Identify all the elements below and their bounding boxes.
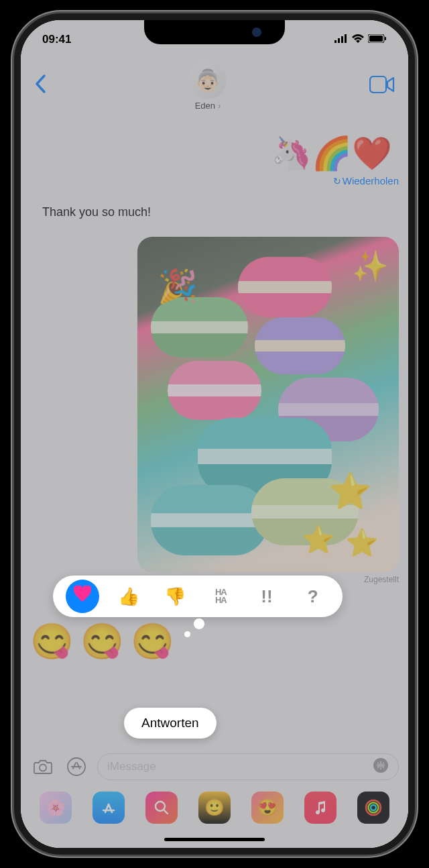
tapback-thumbs-down[interactable]: 👎: [158, 580, 192, 613]
rainbow-sticker[interactable]: 🌈: [312, 134, 352, 172]
message-input[interactable]: iMessage: [97, 753, 399, 780]
outgoing-photo-message[interactable]: ✨ 🎉 ⭐ ⭐ ⭐: [137, 237, 399, 572]
retry-send-link[interactable]: Wiederholen: [30, 175, 399, 186]
contact-name: Eden: [195, 101, 221, 111]
back-button[interactable]: [34, 73, 46, 99]
svg-rect-2: [341, 36, 343, 43]
avatar: 👵🏻: [189, 62, 227, 99]
svg-point-15: [371, 805, 376, 810]
compose-bar: iMessage: [21, 749, 408, 784]
exclaim-icon: !!: [261, 586, 272, 607]
fitness-app-icon[interactable]: [357, 792, 389, 824]
macaron: [168, 361, 261, 420]
iphone-frame: 09:41 👵🏻 Eden: [14, 13, 415, 855]
tapback-heart[interactable]: [66, 580, 99, 613]
app-store-icon[interactable]: [93, 792, 125, 824]
imessage-app-dock[interactable]: 🌸 🙂 😍: [21, 788, 408, 828]
question-icon: ?: [308, 586, 318, 607]
emoji: 😋: [80, 621, 124, 662]
dictation-button[interactable]: [373, 757, 389, 777]
star-overlay: ⭐: [328, 471, 372, 512]
contact-info[interactable]: 👵🏻 Eden: [189, 62, 227, 111]
wifi-icon: [352, 33, 364, 46]
camera-button[interactable]: [30, 754, 56, 779]
star-overlay: ⭐: [302, 524, 335, 555]
sparkle-overlay: ✨: [352, 249, 389, 284]
macaron: [238, 257, 332, 317]
tapback-thumbs-up[interactable]: 👍: [112, 580, 145, 613]
svg-rect-5: [369, 36, 383, 42]
svg-rect-7: [370, 76, 386, 93]
tapback-picker: 👍 👎 HA HA !! ?: [53, 576, 343, 617]
svg-line-12: [164, 810, 168, 814]
notch: [144, 20, 285, 44]
heart-sticker[interactable]: ❤️: [352, 134, 392, 172]
side-button[interactable]: [408, 208, 412, 278]
photos-app-icon[interactable]: 🌸: [40, 792, 72, 824]
macaron: [151, 485, 268, 555]
battery-icon: [368, 33, 387, 46]
macaron: [151, 297, 248, 358]
macaron: [255, 317, 345, 374]
star-overlay: ⭐: [345, 527, 379, 559]
heart-icon: [73, 586, 92, 608]
memoji-app-icon[interactable]: 🙂: [198, 792, 231, 824]
status-time: 09:41: [42, 33, 71, 46]
screen: 09:41 👵🏻 Eden: [21, 20, 408, 848]
conversation-header: 👵🏻 Eden: [21, 52, 408, 119]
svg-rect-1: [338, 38, 340, 43]
reply-menu-item[interactable]: Antworten: [124, 708, 217, 739]
party-overlay: 🎉: [158, 267, 198, 305]
facetime-button[interactable]: [369, 76, 395, 96]
outgoing-emoji-message[interactable]: 😋 😋 😋: [30, 621, 399, 662]
input-placeholder: iMessage: [107, 760, 156, 773]
tapback-question[interactable]: ?: [296, 580, 330, 613]
thumbs-up-icon: 👍: [118, 586, 139, 607]
thumbs-down-icon: 👎: [164, 586, 186, 607]
tapback-exclaim[interactable]: !!: [250, 580, 284, 613]
apps-button[interactable]: [64, 754, 89, 779]
home-indicator[interactable]: [164, 838, 265, 841]
images-search-icon[interactable]: [145, 792, 178, 824]
svg-rect-3: [345, 34, 347, 43]
svg-rect-6: [385, 37, 386, 40]
incoming-message[interactable]: Thank you so much!: [30, 197, 163, 227]
emoji: 😋: [30, 621, 74, 662]
emoji: 😋: [131, 621, 174, 662]
messages-list[interactable]: 🦄 🌈 ❤️ Wiederholen Thank you so much! ✨: [21, 127, 408, 727]
outgoing-stickers: 🦄 🌈 ❤️: [30, 134, 392, 172]
unicorn-sticker[interactable]: 🦄: [271, 134, 312, 172]
tapback-haha[interactable]: HA HA: [204, 580, 237, 613]
animoji-app-icon[interactable]: 😍: [251, 792, 284, 824]
haha-icon: HA HA: [215, 588, 227, 604]
svg-point-8: [40, 765, 46, 771]
svg-rect-0: [334, 40, 336, 43]
music-app-icon[interactable]: [304, 792, 336, 824]
cellular-icon: [334, 33, 348, 46]
